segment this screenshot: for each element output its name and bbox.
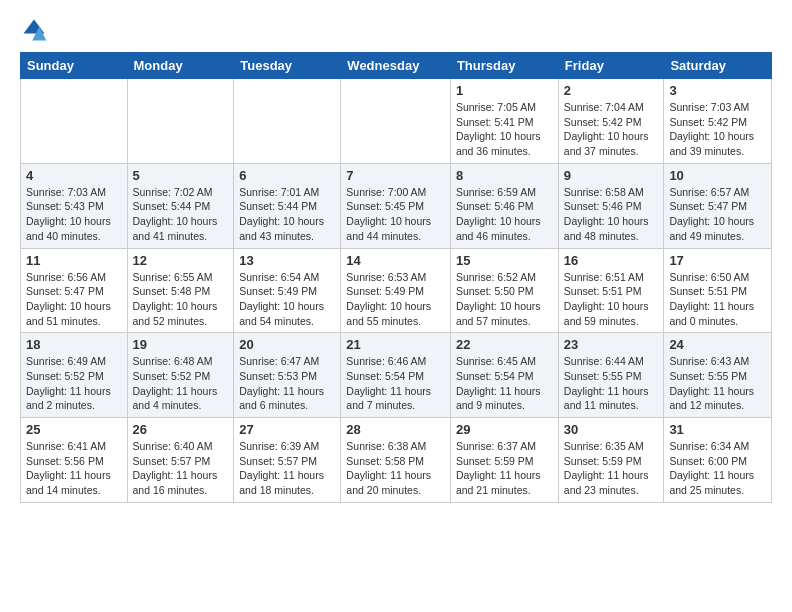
day-number: 21 (346, 337, 445, 352)
day-info: Sunrise: 6:50 AMSunset: 5:51 PMDaylight:… (669, 270, 766, 329)
calendar-cell: 20Sunrise: 6:47 AMSunset: 5:53 PMDayligh… (234, 333, 341, 418)
day-number: 16 (564, 253, 659, 268)
day-number: 7 (346, 168, 445, 183)
day-number: 26 (133, 422, 229, 437)
day-number: 30 (564, 422, 659, 437)
day-info: Sunrise: 6:51 AMSunset: 5:51 PMDaylight:… (564, 270, 659, 329)
day-info: Sunrise: 6:40 AMSunset: 5:57 PMDaylight:… (133, 439, 229, 498)
day-info: Sunrise: 6:39 AMSunset: 5:57 PMDaylight:… (239, 439, 335, 498)
calendar-cell: 3Sunrise: 7:03 AMSunset: 5:42 PMDaylight… (664, 79, 772, 164)
day-info: Sunrise: 7:03 AMSunset: 5:42 PMDaylight:… (669, 100, 766, 159)
day-info: Sunrise: 6:49 AMSunset: 5:52 PMDaylight:… (26, 354, 122, 413)
day-number: 22 (456, 337, 553, 352)
day-info: Sunrise: 6:58 AMSunset: 5:46 PMDaylight:… (564, 185, 659, 244)
day-number: 12 (133, 253, 229, 268)
day-info: Sunrise: 7:04 AMSunset: 5:42 PMDaylight:… (564, 100, 659, 159)
calendar-cell: 25Sunrise: 6:41 AMSunset: 5:56 PMDayligh… (21, 418, 128, 503)
day-info: Sunrise: 6:44 AMSunset: 5:55 PMDaylight:… (564, 354, 659, 413)
header-day-saturday: Saturday (664, 53, 772, 79)
day-info: Sunrise: 6:43 AMSunset: 5:55 PMDaylight:… (669, 354, 766, 413)
calendar-cell: 7Sunrise: 7:00 AMSunset: 5:45 PMDaylight… (341, 163, 451, 248)
day-info: Sunrise: 6:35 AMSunset: 5:59 PMDaylight:… (564, 439, 659, 498)
day-info: Sunrise: 6:55 AMSunset: 5:48 PMDaylight:… (133, 270, 229, 329)
day-number: 29 (456, 422, 553, 437)
day-number: 10 (669, 168, 766, 183)
day-number: 24 (669, 337, 766, 352)
calendar-cell (234, 79, 341, 164)
day-info: Sunrise: 6:45 AMSunset: 5:54 PMDaylight:… (456, 354, 553, 413)
calendar-cell: 18Sunrise: 6:49 AMSunset: 5:52 PMDayligh… (21, 333, 128, 418)
day-number: 1 (456, 83, 553, 98)
calendar-cell: 12Sunrise: 6:55 AMSunset: 5:48 PMDayligh… (127, 248, 234, 333)
day-number: 27 (239, 422, 335, 437)
calendar-table: SundayMondayTuesdayWednesdayThursdayFrid… (20, 52, 772, 503)
calendar-cell: 23Sunrise: 6:44 AMSunset: 5:55 PMDayligh… (558, 333, 664, 418)
calendar-cell: 14Sunrise: 6:53 AMSunset: 5:49 PMDayligh… (341, 248, 451, 333)
calendar-cell: 6Sunrise: 7:01 AMSunset: 5:44 PMDaylight… (234, 163, 341, 248)
day-number: 18 (26, 337, 122, 352)
day-info: Sunrise: 6:37 AMSunset: 5:59 PMDaylight:… (456, 439, 553, 498)
week-row-1: 1Sunrise: 7:05 AMSunset: 5:41 PMDaylight… (21, 79, 772, 164)
calendar-cell (21, 79, 128, 164)
calendar-cell: 15Sunrise: 6:52 AMSunset: 5:50 PMDayligh… (450, 248, 558, 333)
calendar-cell: 13Sunrise: 6:54 AMSunset: 5:49 PMDayligh… (234, 248, 341, 333)
day-number: 15 (456, 253, 553, 268)
day-number: 9 (564, 168, 659, 183)
calendar-cell: 11Sunrise: 6:56 AMSunset: 5:47 PMDayligh… (21, 248, 128, 333)
calendar-cell: 17Sunrise: 6:50 AMSunset: 5:51 PMDayligh… (664, 248, 772, 333)
day-number: 8 (456, 168, 553, 183)
day-number: 11 (26, 253, 122, 268)
day-number: 5 (133, 168, 229, 183)
calendar-cell (341, 79, 451, 164)
logo (20, 16, 52, 44)
day-info: Sunrise: 7:01 AMSunset: 5:44 PMDaylight:… (239, 185, 335, 244)
header-day-friday: Friday (558, 53, 664, 79)
week-row-2: 4Sunrise: 7:03 AMSunset: 5:43 PMDaylight… (21, 163, 772, 248)
calendar-cell: 31Sunrise: 6:34 AMSunset: 6:00 PMDayligh… (664, 418, 772, 503)
header-day-sunday: Sunday (21, 53, 128, 79)
day-number: 6 (239, 168, 335, 183)
calendar-cell: 5Sunrise: 7:02 AMSunset: 5:44 PMDaylight… (127, 163, 234, 248)
day-info: Sunrise: 6:38 AMSunset: 5:58 PMDaylight:… (346, 439, 445, 498)
day-number: 14 (346, 253, 445, 268)
day-number: 28 (346, 422, 445, 437)
day-number: 4 (26, 168, 122, 183)
calendar-cell: 26Sunrise: 6:40 AMSunset: 5:57 PMDayligh… (127, 418, 234, 503)
calendar-cell: 24Sunrise: 6:43 AMSunset: 5:55 PMDayligh… (664, 333, 772, 418)
day-info: Sunrise: 6:34 AMSunset: 6:00 PMDaylight:… (669, 439, 766, 498)
day-info: Sunrise: 6:56 AMSunset: 5:47 PMDaylight:… (26, 270, 122, 329)
day-info: Sunrise: 6:59 AMSunset: 5:46 PMDaylight:… (456, 185, 553, 244)
week-row-5: 25Sunrise: 6:41 AMSunset: 5:56 PMDayligh… (21, 418, 772, 503)
page-header (20, 16, 772, 44)
day-info: Sunrise: 7:02 AMSunset: 5:44 PMDaylight:… (133, 185, 229, 244)
day-info: Sunrise: 6:48 AMSunset: 5:52 PMDaylight:… (133, 354, 229, 413)
calendar-cell: 16Sunrise: 6:51 AMSunset: 5:51 PMDayligh… (558, 248, 664, 333)
day-number: 23 (564, 337, 659, 352)
week-row-3: 11Sunrise: 6:56 AMSunset: 5:47 PMDayligh… (21, 248, 772, 333)
header-day-monday: Monday (127, 53, 234, 79)
day-info: Sunrise: 6:47 AMSunset: 5:53 PMDaylight:… (239, 354, 335, 413)
calendar-cell: 10Sunrise: 6:57 AMSunset: 5:47 PMDayligh… (664, 163, 772, 248)
day-number: 25 (26, 422, 122, 437)
day-info: Sunrise: 6:57 AMSunset: 5:47 PMDaylight:… (669, 185, 766, 244)
calendar-cell: 27Sunrise: 6:39 AMSunset: 5:57 PMDayligh… (234, 418, 341, 503)
day-number: 2 (564, 83, 659, 98)
day-info: Sunrise: 7:00 AMSunset: 5:45 PMDaylight:… (346, 185, 445, 244)
calendar-cell: 8Sunrise: 6:59 AMSunset: 5:46 PMDaylight… (450, 163, 558, 248)
calendar-cell: 21Sunrise: 6:46 AMSunset: 5:54 PMDayligh… (341, 333, 451, 418)
day-info: Sunrise: 7:05 AMSunset: 5:41 PMDaylight:… (456, 100, 553, 159)
header-day-tuesday: Tuesday (234, 53, 341, 79)
day-info: Sunrise: 6:52 AMSunset: 5:50 PMDaylight:… (456, 270, 553, 329)
calendar-cell (127, 79, 234, 164)
calendar-cell: 29Sunrise: 6:37 AMSunset: 5:59 PMDayligh… (450, 418, 558, 503)
day-number: 20 (239, 337, 335, 352)
day-info: Sunrise: 6:53 AMSunset: 5:49 PMDaylight:… (346, 270, 445, 329)
week-row-4: 18Sunrise: 6:49 AMSunset: 5:52 PMDayligh… (21, 333, 772, 418)
day-number: 3 (669, 83, 766, 98)
calendar-cell: 1Sunrise: 7:05 AMSunset: 5:41 PMDaylight… (450, 79, 558, 164)
header-day-wednesday: Wednesday (341, 53, 451, 79)
day-info: Sunrise: 6:46 AMSunset: 5:54 PMDaylight:… (346, 354, 445, 413)
day-info: Sunrise: 6:41 AMSunset: 5:56 PMDaylight:… (26, 439, 122, 498)
day-info: Sunrise: 6:54 AMSunset: 5:49 PMDaylight:… (239, 270, 335, 329)
header-row: SundayMondayTuesdayWednesdayThursdayFrid… (21, 53, 772, 79)
